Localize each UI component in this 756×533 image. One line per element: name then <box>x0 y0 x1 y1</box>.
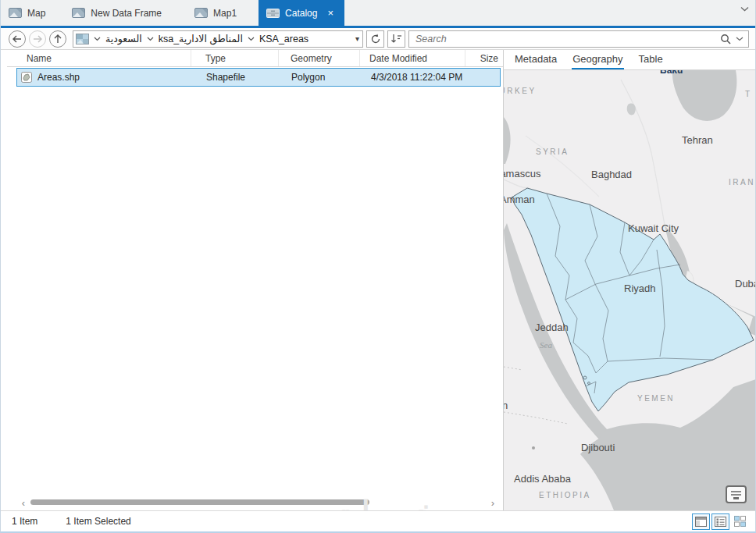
map-label: YEMEN <box>637 394 675 403</box>
main-content: Name Type Geometry Date Modified Size Ar… <box>1 50 755 510</box>
scrollbar-thumb[interactable] <box>30 499 369 505</box>
map-label: Kuwait City <box>628 222 679 234</box>
map-overview-button[interactable] <box>726 485 747 503</box>
tab-catalog[interactable]: Catalog × <box>259 0 344 26</box>
tab-new-data-frame[interactable]: New Data Frame <box>64 0 173 26</box>
map-thumbnail-icon <box>9 8 22 18</box>
sort-button[interactable] <box>387 30 405 48</box>
horizontal-scrollbar: ‹ › <box>7 496 503 509</box>
file-date-modified: 4/3/2018 11:22:04 PM <box>361 72 466 83</box>
map-label: Baku <box>660 70 683 76</box>
catalog-toolbar: السعودية المناطق الادارية_ksa KSA_areas … <box>1 28 755 50</box>
refresh-button[interactable] <box>366 30 384 48</box>
back-button[interactable] <box>9 30 26 48</box>
breadcrumb-dropdown-icon[interactable]: ▾ <box>355 34 359 43</box>
status-bar: 1 Item 1 Item Selected <box>1 510 755 531</box>
file-geometry: Polygon <box>280 72 361 83</box>
tab-metadata[interactable]: Metadata <box>514 51 558 69</box>
map-thumbnail-icon <box>72 8 85 18</box>
map-thumbnail-icon <box>76 34 89 44</box>
map-label: Dubai <box>735 278 755 290</box>
list-view-icon <box>715 517 726 527</box>
details-with-preview-view-button[interactable] <box>692 513 710 530</box>
thumbnail-view-button[interactable] <box>731 513 749 530</box>
tab-overflow-chevron-icon[interactable] <box>740 6 749 12</box>
map-label: Tehran <box>682 134 713 146</box>
map-label: SYRIA <box>536 147 569 156</box>
tab-label: Catalog <box>285 8 317 19</box>
geography-map-svg: BakuTURKEYTTehranSYRIADamascusBaghdadIRA… <box>504 70 755 510</box>
scroll-right-arrow[interactable]: › <box>487 497 498 508</box>
map-label: Amman <box>504 194 535 205</box>
list-view-button[interactable] <box>711 513 729 530</box>
close-icon[interactable]: × <box>327 8 333 18</box>
tab-label: Map <box>27 8 45 19</box>
selected-count: 1 Item Selected <box>66 516 130 527</box>
chevron-down-icon[interactable] <box>94 37 101 41</box>
preview-layout-icon <box>695 517 707 527</box>
sort-icon <box>390 34 402 44</box>
file-list-panel: Name Type Geometry Date Modified Size Ar… <box>1 50 504 510</box>
table-row[interactable]: Areas.shp Shapefile Polygon 4/3/2018 11:… <box>16 68 501 87</box>
location-breadcrumb[interactable]: السعودية المناطق الادارية_ksa KSA_areas … <box>73 30 363 48</box>
search-input[interactable] <box>415 34 715 44</box>
document-tab-bar: Map New Data Frame Map1 Catalog × <box>1 0 755 26</box>
map-thumbnail-icon <box>194 8 208 18</box>
file-rows: Areas.shp Shapefile Polygon 4/3/2018 11:… <box>7 67 503 87</box>
tab-table[interactable]: Table <box>638 51 664 69</box>
tab-map[interactable]: Map <box>1 0 56 26</box>
map-label: IRAN <box>729 178 755 187</box>
map-label: Riyadh <box>624 282 655 294</box>
chevron-down-icon[interactable] <box>248 37 255 41</box>
map-label: Addis Ababa <box>514 473 572 485</box>
column-header-name[interactable]: Name <box>7 50 191 66</box>
view-mode-buttons <box>692 513 749 530</box>
tab-label: New Data Frame <box>91 8 162 19</box>
map-label: Baghdad <box>591 169 632 180</box>
breadcrumb-segment-saudia[interactable]: السعودية <box>105 33 142 44</box>
map-label: TURKEY <box>504 87 537 95</box>
item-count: 1 Item <box>12 516 37 527</box>
breadcrumb-segment-regions[interactable]: المناطق الادارية_ksa <box>159 33 243 44</box>
thumbnail-grid-icon <box>734 516 746 527</box>
map-label: ETHIOPIA <box>539 491 591 499</box>
map-label: Jeddah <box>535 322 569 333</box>
refresh-icon <box>370 34 381 44</box>
catalog-drawer-icon <box>266 8 280 18</box>
file-type: Shapefile <box>192 72 280 83</box>
chevron-down-icon[interactable] <box>147 37 154 41</box>
column-header-size[interactable]: Size <box>465 50 503 66</box>
scroll-left-arrow[interactable]: ‹ <box>18 497 29 508</box>
column-header-type[interactable]: Type <box>191 50 279 66</box>
back-arrow-icon <box>12 35 22 43</box>
shapefile-icon <box>21 72 32 83</box>
column-header-date-modified[interactable]: Date Modified <box>360 50 465 66</box>
preview-tab-bar: Metadata Geography Table <box>504 50 755 70</box>
tab-label: Map1 <box>213 8 237 19</box>
preview-panel: Metadata Geography Table <box>504 50 755 510</box>
map-card-icon <box>729 489 744 500</box>
tab-geography[interactable]: Geography <box>572 51 623 69</box>
map-label: T <box>745 90 752 98</box>
catalog-window: Map New Data Frame Map1 Catalog × <box>0 0 756 533</box>
column-header-row: Name Type Geometry Date Modified Size <box>7 50 503 67</box>
file-name: Areas.shp <box>37 72 80 83</box>
geography-preview-map[interactable]: BakuTURKEYTTehranSYRIADamascusBaghdadIRA… <box>504 70 755 510</box>
map-label: Djibouti <box>581 442 615 453</box>
map-label: Sea <box>540 340 552 350</box>
map-label: n <box>504 400 508 411</box>
column-header-geometry[interactable]: Geometry <box>279 50 360 66</box>
up-button[interactable] <box>49 30 66 48</box>
tab-map1[interactable]: Map1 <box>187 0 248 26</box>
search-options-chevron-icon[interactable] <box>736 37 744 41</box>
breadcrumb-segment-ksa-areas[interactable]: KSA_areas <box>259 34 308 44</box>
forward-button[interactable] <box>29 30 46 48</box>
search-box <box>408 30 749 48</box>
map-label: Damascus <box>504 168 541 179</box>
forward-arrow-icon <box>33 35 42 43</box>
search-icon[interactable] <box>720 34 731 44</box>
up-arrow-icon <box>54 34 62 44</box>
empty-list-area <box>7 87 503 496</box>
